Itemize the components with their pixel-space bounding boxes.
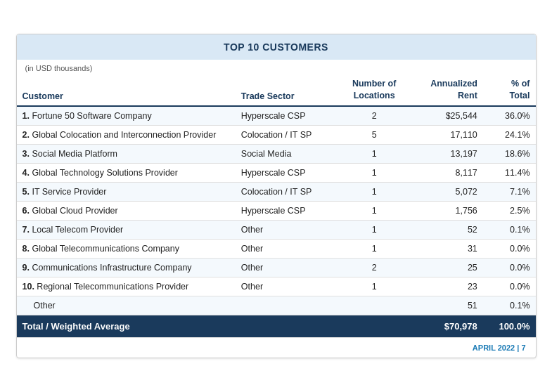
cell-pct-total: 0.0% bbox=[483, 258, 536, 277]
table-row: 1. Fortune 50 Software Company Hyperscal… bbox=[17, 106, 536, 126]
col-customer: Customer bbox=[17, 74, 236, 106]
table-row: 8. Global Telecommunications Company Oth… bbox=[17, 239, 536, 258]
cell-pct-total: 2.5% bbox=[483, 201, 536, 220]
cell-annualized-rent: 13,197 bbox=[408, 144, 483, 163]
cell-pct-total: 24.1% bbox=[483, 125, 536, 144]
cell-trade-sector: Colocation / IT SP bbox=[236, 125, 340, 144]
cell-annualized-rent: 25 bbox=[408, 258, 483, 277]
cell-num-locations: 1 bbox=[340, 182, 408, 201]
footer-label: APRIL 2022 | 7 bbox=[17, 338, 536, 358]
cell-customer: 6. Global Cloud Provider bbox=[17, 201, 236, 220]
cell-pct-total: 0.0% bbox=[483, 239, 536, 258]
col-num-locations: Number of Locations bbox=[340, 74, 408, 106]
table-row: 10. Regional Telecommunications Provider… bbox=[17, 277, 536, 296]
cell-num-locations: 1 bbox=[340, 144, 408, 163]
cell-trade-sector: Colocation / IT SP bbox=[236, 182, 340, 201]
cell-annualized-rent: 1,756 bbox=[408, 201, 483, 220]
cell-pct-total: 7.1% bbox=[483, 182, 536, 201]
cell-pct-total: 0.0% bbox=[483, 277, 536, 296]
cell-trade-sector: Other bbox=[236, 258, 340, 277]
cell-num-locations: 5 bbox=[340, 125, 408, 144]
table-row: 4. Global Technology Solutions Provider … bbox=[17, 163, 536, 182]
card-title: TOP 10 CUSTOMERS bbox=[17, 34, 536, 60]
cell-num-locations: 2 bbox=[340, 258, 408, 277]
cell-customer: 4. Global Technology Solutions Provider bbox=[17, 163, 236, 182]
cell-annualized-rent: 8,117 bbox=[408, 163, 483, 182]
col-pct-total: % of Total bbox=[483, 74, 536, 106]
cell-customer: 10. Regional Telecommunications Provider bbox=[17, 277, 236, 296]
cell-num-locations: 1 bbox=[340, 277, 408, 296]
cell-other-sector bbox=[236, 296, 340, 315]
cell-trade-sector: Hyperscale CSP bbox=[236, 201, 340, 220]
cell-trade-sector: Other bbox=[236, 220, 340, 239]
other-row: Other 51 0.1% bbox=[17, 296, 536, 315]
cell-pct-total: 11.4% bbox=[483, 163, 536, 182]
cell-other-locations bbox=[340, 296, 408, 315]
cell-num-locations: 1 bbox=[340, 220, 408, 239]
table-row: 5. IT Service Provider Colocation / IT S… bbox=[17, 182, 536, 201]
cell-customer: 2. Global Colocation and Interconnection… bbox=[17, 125, 236, 144]
table-row: 6. Global Cloud Provider Hyperscale CSP … bbox=[17, 201, 536, 220]
cell-customer: 1. Fortune 50 Software Company bbox=[17, 106, 236, 126]
cell-customer: 9. Communications Infrastructure Company bbox=[17, 258, 236, 277]
cell-trade-sector: Social Media bbox=[236, 144, 340, 163]
customers-table: Customer Trade Sector Number of Location… bbox=[17, 74, 536, 338]
cell-pct-total: 18.6% bbox=[483, 144, 536, 163]
col-trade-sector: Trade Sector bbox=[236, 74, 340, 106]
cell-total-label: Total / Weighted Average bbox=[17, 315, 409, 337]
cell-num-locations: 1 bbox=[340, 239, 408, 258]
cell-other-label: Other bbox=[17, 296, 236, 315]
table-row: 7. Local Telecom Provider Other 1 52 0.1… bbox=[17, 220, 536, 239]
cell-customer: 8. Global Telecommunications Company bbox=[17, 239, 236, 258]
table-row: 3. Social Media Platform Social Media 1 … bbox=[17, 144, 536, 163]
top-10-customers-card: TOP 10 CUSTOMERS (in USD thousands) Cust… bbox=[16, 34, 537, 358]
cell-customer: 5. IT Service Provider bbox=[17, 182, 236, 201]
cell-annualized-rent: 52 bbox=[408, 220, 483, 239]
cell-trade-sector: Hyperscale CSP bbox=[236, 106, 340, 126]
cell-annualized-rent: $25,544 bbox=[408, 106, 483, 126]
usd-note: (in USD thousands) bbox=[17, 60, 536, 74]
cell-pct-total: 36.0% bbox=[483, 106, 536, 126]
cell-annualized-rent: 17,110 bbox=[408, 125, 483, 144]
cell-num-locations: 1 bbox=[340, 163, 408, 182]
cell-trade-sector: Other bbox=[236, 277, 340, 296]
cell-num-locations: 2 bbox=[340, 106, 408, 126]
cell-total-rent: $70,978 bbox=[408, 315, 483, 337]
cell-annualized-rent: 31 bbox=[408, 239, 483, 258]
table-row: 2. Global Colocation and Interconnection… bbox=[17, 125, 536, 144]
table-row: 9. Communications Infrastructure Company… bbox=[17, 258, 536, 277]
cell-other-pct: 0.1% bbox=[483, 296, 536, 315]
cell-trade-sector: Hyperscale CSP bbox=[236, 163, 340, 182]
cell-annualized-rent: 5,072 bbox=[408, 182, 483, 201]
total-row: Total / Weighted Average $70,978 100.0% bbox=[17, 315, 536, 337]
cell-other-rent: 51 bbox=[408, 296, 483, 315]
cell-customer: 3. Social Media Platform bbox=[17, 144, 236, 163]
cell-pct-total: 0.1% bbox=[483, 220, 536, 239]
cell-total-pct: 100.0% bbox=[483, 315, 536, 337]
cell-customer: 7. Local Telecom Provider bbox=[17, 220, 236, 239]
col-annualized-rent: Annualized Rent bbox=[408, 74, 483, 106]
cell-num-locations: 1 bbox=[340, 201, 408, 220]
cell-trade-sector: Other bbox=[236, 239, 340, 258]
cell-annualized-rent: 23 bbox=[408, 277, 483, 296]
